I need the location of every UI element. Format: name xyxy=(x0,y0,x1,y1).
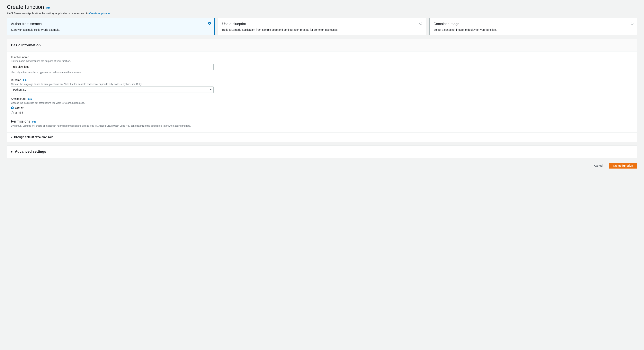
chevron-down-icon xyxy=(210,89,212,90)
architecture-hint: Choose the instruction set architecture … xyxy=(11,101,633,105)
option-title: Use a blueprint xyxy=(222,22,422,27)
cancel-button[interactable]: Cancel xyxy=(590,163,607,169)
basic-information-heading: Basic information xyxy=(7,39,637,52)
chevron-right-icon xyxy=(11,136,12,138)
chevron-right-icon xyxy=(11,151,12,153)
radio-icon xyxy=(11,107,14,109)
runtime-group: Runtime Info Choose the language to use … xyxy=(11,78,633,93)
option-author-from-scratch[interactable]: Author from scratch Start with a simple … xyxy=(7,18,214,35)
option-desc: Select a container image to deploy for y… xyxy=(434,28,633,32)
advanced-settings-toggle[interactable]: Advanced settings xyxy=(7,146,637,158)
advanced-settings-panel: Advanced settings xyxy=(7,145,637,158)
option-title: Author from scratch xyxy=(11,22,210,27)
radio-icon xyxy=(208,22,211,25)
info-link-runtime[interactable]: Info xyxy=(23,79,28,82)
option-container-image[interactable]: Container image Select a container image… xyxy=(430,18,637,35)
moved-notice-prefix: AWS Serverless Application Repository ap… xyxy=(7,12,89,15)
info-link-architecture[interactable]: Info xyxy=(28,98,32,101)
change-default-execution-role-toggle[interactable]: Change default execution role xyxy=(7,132,637,142)
create-function-button[interactable]: Create function xyxy=(609,163,637,169)
basic-information-panel: Basic information Function name Enter a … xyxy=(7,39,637,142)
function-name-hint: Enter a name that describes the purpose … xyxy=(11,60,633,63)
architecture-label: Architecture xyxy=(11,97,26,101)
architecture-option-label: arm64 xyxy=(15,111,23,115)
page-title: Create function xyxy=(7,3,44,11)
runtime-label: Runtime xyxy=(11,78,21,82)
footer-actions: Cancel Create function xyxy=(7,162,637,169)
moved-notice-suffix: . xyxy=(111,12,112,15)
advanced-settings-label: Advanced settings xyxy=(15,149,46,154)
creation-mode-options: Author from scratch Start with a simple … xyxy=(7,18,637,35)
info-link-header[interactable]: Info xyxy=(46,7,50,10)
permissions-group: Permissions Info By default, Lambda will… xyxy=(11,119,633,128)
function-name-help: Use only letters, numbers, hyphens, or u… xyxy=(11,71,633,74)
create-application-link[interactable]: Create application xyxy=(89,12,111,15)
option-title: Container image xyxy=(434,22,633,27)
function-name-group: Function name Enter a name that describe… xyxy=(11,55,633,74)
execution-role-toggle-label: Change default execution role xyxy=(14,135,53,139)
radio-icon xyxy=(631,22,634,25)
permissions-hint: By default, Lambda will create an execut… xyxy=(11,124,633,128)
runtime-select[interactable]: Python 3.9 xyxy=(11,87,214,93)
info-link-permissions[interactable]: Info xyxy=(32,120,36,124)
runtime-select-value: Python 3.9 xyxy=(11,87,214,93)
runtime-hint: Choose the language to use to write your… xyxy=(11,83,633,86)
architecture-option-arm64[interactable]: arm64 xyxy=(11,111,633,115)
option-use-blueprint[interactable]: Use a blueprint Build a Lambda applicati… xyxy=(218,18,426,35)
architecture-group: Architecture Info Choose the instruction… xyxy=(11,97,633,115)
moved-notice: AWS Serverless Application Repository ap… xyxy=(7,12,637,16)
function-name-input[interactable] xyxy=(11,64,214,70)
option-desc: Build a Lambda application from sample c… xyxy=(222,28,422,32)
function-name-label: Function name xyxy=(11,55,29,59)
option-desc: Start with a simple Hello World example. xyxy=(11,28,210,32)
architecture-option-x86-64[interactable]: x86_64 xyxy=(11,106,633,110)
permissions-label: Permissions xyxy=(11,119,30,124)
architecture-option-label: x86_64 xyxy=(15,106,24,110)
radio-icon xyxy=(11,111,14,114)
radio-icon xyxy=(420,22,422,25)
